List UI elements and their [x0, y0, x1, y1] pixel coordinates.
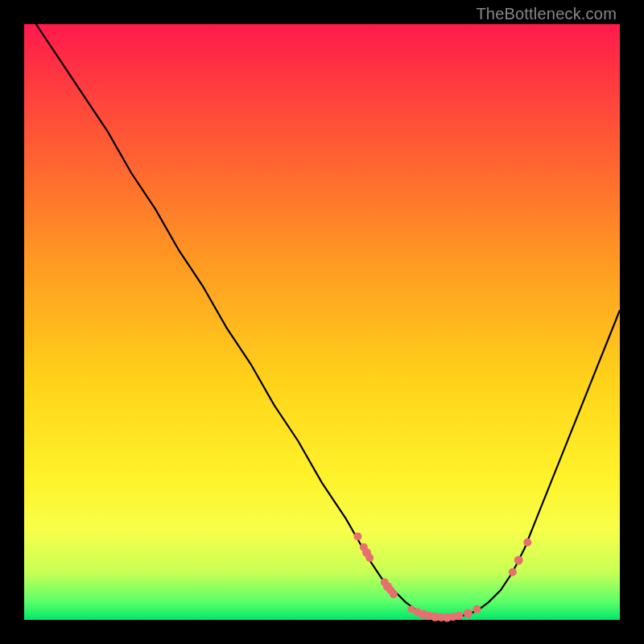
data-marker [455, 612, 463, 620]
data-marker [390, 590, 398, 598]
data-marker [523, 539, 531, 547]
chart-frame: TheBottleneck.com [0, 0, 644, 644]
data-marker [509, 568, 517, 576]
data-marker [464, 609, 473, 617]
data-marker [353, 532, 361, 540]
bottleneck-curve [36, 24, 620, 617]
watermark-text: TheBottleneck.com [476, 5, 617, 23]
data-marker [365, 554, 374, 562]
data-marker [514, 556, 523, 565]
data-marker [473, 605, 481, 613]
chart-svg [24, 24, 620, 620]
